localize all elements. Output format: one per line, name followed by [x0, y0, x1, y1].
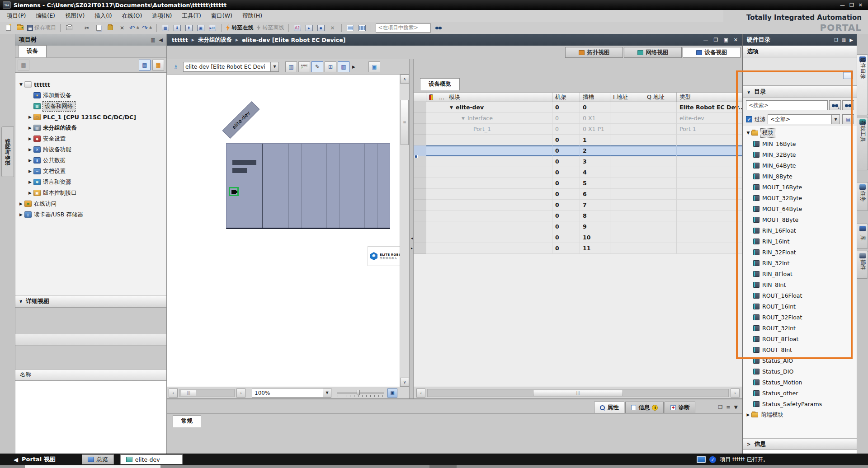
overview-row-slot-1[interactable]: 01 — [414, 135, 742, 145]
row-handle[interactable] — [414, 243, 426, 254]
scroll-up-icon[interactable]: ∧ — [400, 75, 409, 84]
cross-reference-button[interactable]: ✕ — [327, 23, 338, 33]
tree-item--[interactable]: ▦设备和网络 — [15, 101, 166, 112]
catalog-module-MIN_16Byte[interactable]: MIN_16Byte — [743, 138, 857, 149]
col-header-4[interactable]: Q 地址 — [644, 93, 677, 102]
catalog-folder-modules[interactable]: ▼模块 — [743, 127, 857, 138]
device-selector-arrow-icon[interactable]: ▼ — [270, 62, 278, 71]
catalog-module-MOUT_8Byte[interactable]: MOUT_8Byte — [743, 214, 857, 225]
tree-item--[interactable]: ▶▤未分组的设备 — [15, 122, 166, 133]
row-expand-icon[interactable]: ▼ — [462, 116, 465, 121]
tree-chevron-icon[interactable]: ▶ — [27, 180, 33, 184]
overview-row-slot-7[interactable]: 07 — [414, 200, 742, 211]
overview-taskbar-button[interactable]: 总览 — [82, 454, 114, 464]
catalog-module-ROUT_8Float[interactable]: ROUT_8Float — [743, 333, 857, 344]
tree-item--[interactable]: ✶添加新设备 — [15, 90, 166, 101]
device-name-tag[interactable]: elite-dev — [222, 101, 260, 139]
breadcrumb-segment-0[interactable]: tttttt — [172, 37, 188, 43]
tab-network-view[interactable]: 网络视图 — [624, 47, 682, 58]
upload-button[interactable]: ⬆ — [184, 23, 194, 33]
tree-chevron-icon[interactable]: ▶ — [27, 126, 33, 130]
menu-item-8[interactable]: 帮助(H) — [237, 10, 267, 22]
scroll-down-icon[interactable]: ∨ — [400, 378, 409, 387]
right-tab-硬件目录[interactable]: 硬件目录 — [857, 54, 868, 115]
catalog-module-ROUT_16Float[interactable]: ROUT_16Float — [743, 290, 857, 301]
search-up-button[interactable]: ↑ — [842, 100, 854, 110]
project-search-input[interactable]: <在项目中搜索> — [376, 23, 431, 33]
split-vertical-button[interactable] — [357, 23, 368, 33]
tree-item--[interactable]: ▶✱语言和资源 — [15, 177, 166, 187]
filter-checkbox[interactable]: ✔ — [746, 116, 752, 122]
catalog-section-header[interactable]: ∨ 目录 — [743, 85, 857, 98]
catalog-module-Status_other[interactable]: Status_other — [743, 388, 857, 398]
catalog-module-Status_Motion[interactable]: Status_Motion — [743, 377, 857, 388]
tree-chevron-icon[interactable]: ▶ — [27, 147, 33, 152]
highlight-io-button[interactable]: ✎ — [311, 61, 323, 72]
tree-chevron-icon[interactable]: ▼ — [18, 82, 24, 87]
toolbar-expand-arrow[interactable]: ▶ — [352, 65, 355, 69]
overview-row-slot-9[interactable]: 09 — [414, 221, 742, 232]
canvas-hscroll-thumb[interactable]: ||| — [181, 390, 196, 396]
overview-row-slot-5[interactable]: 05 — [414, 178, 742, 189]
tab-properties[interactable]: 属性 — [594, 402, 624, 413]
print-button[interactable] — [64, 23, 75, 33]
split-horizontal-button[interactable] — [345, 23, 356, 33]
tree-item--[interactable]: ▶◆安全设置 — [15, 133, 166, 144]
panel-columns-icon[interactable]: ▥ — [151, 37, 155, 43]
catalog-module-ROUT_8Int[interactable]: ROUT_8Int — [743, 344, 857, 355]
search-down-button[interactable]: ↓ — [829, 100, 841, 110]
go-online-button[interactable]: 转至在线 — [225, 23, 255, 33]
catalog-module-RIN_8Float[interactable]: RIN_8Float — [743, 268, 857, 279]
catalog-module-MIN_32Byte[interactable]: MIN_32Byte — [743, 149, 857, 160]
filter-profile-dropdown[interactable]: <全部> ▼ — [768, 114, 840, 124]
tree-chevron-icon[interactable]: ▶ — [27, 136, 33, 141]
editor-float-button[interactable]: ❐ — [714, 37, 718, 43]
start-cpu-button[interactable]: ▸ — [304, 23, 315, 33]
tree-chevron-icon[interactable]: ▶ — [27, 115, 33, 119]
catalog-module-Status_SafetyParams[interactable]: Status_SafetyParams — [743, 398, 857, 409]
menu-item-5[interactable]: 选项(N) — [147, 10, 177, 22]
tree-chevron-icon[interactable]: ▶ — [27, 191, 33, 195]
overview-row-slot-11[interactable]: 011 — [414, 243, 742, 254]
col-header-1[interactable]: 机架 — [552, 93, 580, 102]
vertical-scroll-thumb[interactable]: ≡ — [401, 100, 409, 145]
edit-profiles-button[interactable]: ▤ — [842, 114, 854, 124]
row-handle[interactable] — [414, 189, 426, 200]
go-offline-button[interactable]: 转至离线 — [255, 23, 285, 33]
show-grid-button[interactable]: ⊞ — [325, 61, 336, 72]
canvas-horizontal-scrollbar[interactable]: ||| — [179, 389, 235, 397]
panel-collapse-icon[interactable]: ◀ — [159, 37, 163, 43]
canvas-scroll-right-icon[interactable]: › — [236, 388, 245, 398]
menu-item-1[interactable]: 编辑(E) — [31, 10, 60, 22]
menu-item-2[interactable]: 视图(V) — [60, 10, 90, 22]
catalog-module-RIN_8Int[interactable]: RIN_8Int — [743, 279, 857, 290]
catalog-module-MOUT_32Byte[interactable]: MOUT_32Byte — [743, 192, 857, 203]
row-handle[interactable] — [414, 200, 426, 211]
tree-item--[interactable]: ▶▮公共数据 — [15, 155, 166, 166]
overview-row-slot-10[interactable]: 010 — [414, 232, 742, 243]
catalog-float-icon[interactable]: ❐ — [834, 37, 838, 42]
overview-scroll-right-icon[interactable]: › — [731, 388, 740, 398]
save-project-button[interactable]: 保存项目 — [26, 23, 57, 33]
compile-button[interactable]: ▦ — [160, 23, 171, 33]
catalog-module-RIN_32Int[interactable]: RIN_32Int — [743, 257, 857, 268]
row-expand-icon[interactable]: ▼ — [450, 105, 453, 110]
window-restore-button[interactable]: ❐ — [849, 2, 854, 8]
open-project-button[interactable] — [14, 23, 25, 33]
tree-item-tttttt[interactable]: ▼tttttt — [15, 79, 166, 90]
col-header-5[interactable]: 类型 — [677, 93, 742, 102]
tree-item--[interactable]: ▶✕跨设备功能 — [15, 144, 166, 155]
catalog-module-ROUT_32Int[interactable]: ROUT_32Int — [743, 323, 857, 333]
tab-devices[interactable]: 设备 — [18, 45, 47, 57]
editor-close-button[interactable]: ✕ — [734, 37, 738, 43]
row-handle[interactable] — [414, 113, 426, 124]
editor-splitter[interactable]: ◂ ▸ — [409, 59, 414, 398]
page-columns-button[interactable]: ▥ — [338, 61, 349, 72]
splitter-collapse-left-icon[interactable]: ◂ — [410, 236, 414, 240]
device-taskbar-button[interactable]: elite-dev — [120, 454, 183, 464]
zoom-dropdown-arrow-icon[interactable]: ▼ — [323, 388, 331, 397]
catalog-folder-frontend-modules[interactable]: ▶前端模块 — [743, 409, 857, 420]
catalog-module-MOUT_16Byte[interactable]: MOUT_16Byte — [743, 182, 857, 192]
tab-devices-networks-vertical[interactable]: 设备与网络 — [1, 126, 14, 177]
col-header-0[interactable]: 模块 — [446, 93, 552, 102]
